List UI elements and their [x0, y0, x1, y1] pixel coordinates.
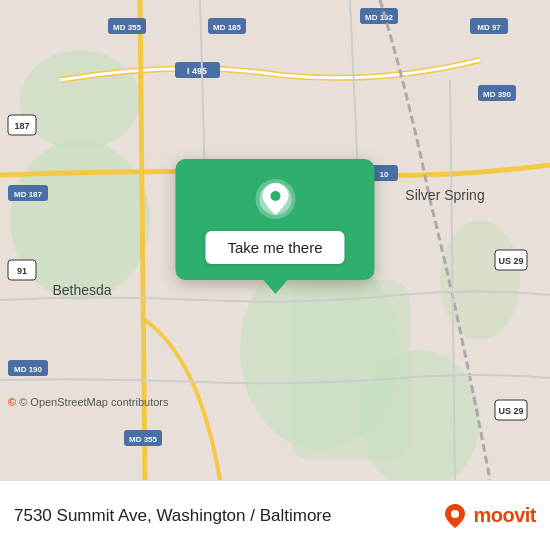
svg-text:US 29: US 29: [498, 256, 523, 266]
osm-logo: ©: [8, 396, 16, 408]
svg-text:MD 192: MD 192: [365, 13, 394, 22]
svg-text:187: 187: [14, 121, 29, 131]
moovit-pin-icon: [441, 502, 469, 530]
svg-point-2: [20, 50, 140, 150]
bottom-bar: 7530 Summit Ave, Washington / Baltimore …: [0, 480, 550, 550]
svg-text:Silver Spring: Silver Spring: [405, 187, 484, 203]
svg-text:US 29: US 29: [498, 406, 523, 416]
popup-tail: [263, 280, 287, 294]
svg-text:10: 10: [380, 170, 389, 179]
address-text: 7530 Summit Ave, Washington / Baltimore: [14, 506, 441, 526]
svg-text:MD 355: MD 355: [129, 435, 158, 444]
svg-rect-6: [290, 280, 410, 460]
moovit-logo: moovit: [441, 502, 536, 530]
svg-text:MD 190: MD 190: [14, 365, 43, 374]
svg-text:MD 355: MD 355: [113, 23, 142, 32]
map-container: I 495 MD 185 MD 192 MD 97 MD 390 187 MD …: [0, 0, 550, 480]
svg-text:I 495: I 495: [187, 66, 207, 76]
svg-text:MD 185: MD 185: [213, 23, 242, 32]
take-me-there-button[interactable]: Take me there: [205, 231, 344, 264]
svg-text:91: 91: [17, 266, 27, 276]
svg-point-40: [451, 510, 459, 518]
svg-text:MD 187: MD 187: [14, 190, 43, 199]
popup-overlay: Take me there: [175, 159, 374, 294]
osm-attribution: © © OpenStreetMap contributors: [8, 396, 169, 408]
osm-attribution-text: © OpenStreetMap contributors: [19, 396, 168, 408]
svg-point-39: [270, 191, 280, 201]
popup-card: Take me there: [175, 159, 374, 280]
svg-text:Bethesda: Bethesda: [52, 282, 111, 298]
svg-text:MD 390: MD 390: [483, 90, 512, 99]
moovit-brand-name: moovit: [473, 504, 536, 527]
svg-text:MD 97: MD 97: [477, 23, 501, 32]
map-pin-icon: [253, 177, 297, 221]
